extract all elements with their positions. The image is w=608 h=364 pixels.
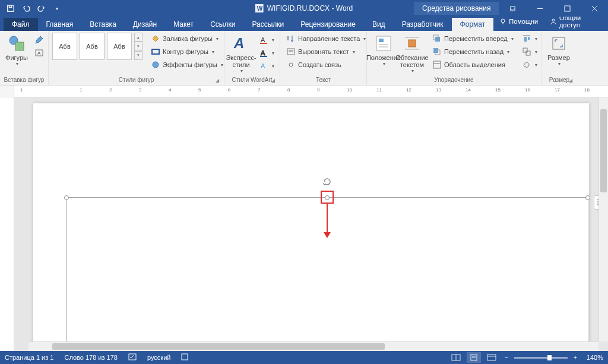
tab-home[interactable]: Главная xyxy=(38,18,82,31)
rotate-handle[interactable] xyxy=(322,176,332,187)
position-button[interactable]: Положение▾ xyxy=(370,33,397,68)
outline-label: Контур фигуры xyxy=(163,48,208,55)
text-fill-button[interactable]: A▾ xyxy=(256,34,277,46)
text-box-icon: A xyxy=(34,48,44,58)
save-icon[interactable] xyxy=(4,1,18,15)
style-preset-3[interactable]: Абв xyxy=(107,33,132,60)
style-preset-1[interactable]: Абв xyxy=(52,33,77,60)
tell-me[interactable]: Помощни xyxy=(493,15,544,27)
tab-design[interactable]: Дизайн xyxy=(125,18,165,31)
zoom-in-button[interactable]: + xyxy=(571,354,580,361)
zoom-slider[interactable] xyxy=(514,357,568,359)
tab-review[interactable]: Рецензирование xyxy=(292,18,364,31)
tab-file[interactable]: Файл xyxy=(4,18,38,31)
group-button[interactable]: ▾ xyxy=(520,46,540,58)
resize-handle-tr[interactable] xyxy=(585,195,590,200)
align-text-button[interactable]: Выровнять текст▾ xyxy=(284,46,368,58)
tab-layout[interactable]: Макет xyxy=(165,18,202,31)
rotate-button[interactable]: ▾ xyxy=(520,59,540,71)
shapes-button[interactable]: Фигуры ▾ xyxy=(4,33,30,68)
page[interactable]: шего WiFiГида. Но чтобы и помогли, замет… xyxy=(33,103,589,351)
status-language[interactable]: русский xyxy=(147,354,170,361)
zoom-slider-thumb[interactable] xyxy=(547,355,552,360)
wrap-text-button[interactable]: Обтекание текстом▾ xyxy=(399,33,425,75)
tab-view[interactable]: Вид xyxy=(364,18,394,31)
tab-insert[interactable]: Вставка xyxy=(81,18,125,31)
tell-me-label: Помощни xyxy=(509,18,538,25)
canvas[interactable]: шего WiFiГида. Но чтобы и помогли, замет… xyxy=(14,97,608,351)
status-bar: Страница 1 из 1 Слово 178 из 178 русский… xyxy=(0,351,608,364)
svg-rect-44 xyxy=(523,48,527,52)
horizontal-scrollbar[interactable] xyxy=(28,341,598,351)
group-label: Размер xyxy=(549,77,569,83)
scrollbar-thumb[interactable] xyxy=(52,343,385,350)
resize-handle-tl[interactable] xyxy=(64,195,69,200)
send-backward-button[interactable]: Переместить назад▾ xyxy=(430,46,516,58)
svg-rect-39 xyxy=(433,61,441,68)
svg-rect-13 xyxy=(15,42,24,50)
style-preset-2[interactable]: Абв xyxy=(80,33,104,60)
shape-effects-button[interactable]: Эффекты фигуры▾ xyxy=(148,59,226,71)
horizontal-ruler[interactable]: 1123456789101112131415161718 xyxy=(0,86,608,97)
position-icon xyxy=(374,34,393,53)
wrap-label: Обтекание текстом xyxy=(395,54,428,68)
tab-format[interactable]: Формат xyxy=(452,18,494,31)
view-print-layout-icon[interactable] xyxy=(467,352,481,363)
dialog-launcher-icon[interactable]: ◢ xyxy=(271,78,275,83)
status-page[interactable]: Страница 1 из 1 xyxy=(5,354,53,361)
svg-rect-6 xyxy=(564,5,569,11)
size-button[interactable]: Размер▾ xyxy=(545,33,572,68)
vertical-ruler[interactable] xyxy=(0,97,14,351)
svg-text:A: A xyxy=(261,62,265,69)
scrollbar-thumb[interactable] xyxy=(600,109,607,192)
zoom-level[interactable]: 140% xyxy=(587,354,603,361)
svg-rect-42 xyxy=(524,37,527,42)
svg-rect-29 xyxy=(379,39,384,42)
quick-styles-button[interactable]: A Экспресс-стили ▾ xyxy=(228,33,254,75)
zoom-out-button[interactable]: − xyxy=(502,354,511,361)
svg-rect-46 xyxy=(553,37,565,49)
text-effects-button[interactable]: A▾ xyxy=(256,60,277,72)
align-button[interactable]: ▾ xyxy=(520,33,540,45)
text-direction-button[interactable]: llНаправление текста▾ xyxy=(284,33,368,45)
group-icon xyxy=(522,47,531,56)
chevron-down-icon[interactable]: ▾ xyxy=(134,42,142,50)
undo-icon[interactable] xyxy=(19,1,33,15)
text-outline-button[interactable]: A▾ xyxy=(256,47,277,59)
backward-label: Переместить назад xyxy=(444,48,504,55)
status-spellcheck[interactable] xyxy=(128,353,137,362)
view-read-mode-icon[interactable] xyxy=(449,352,463,363)
tab-developer[interactable]: Разработчик xyxy=(394,18,452,31)
svg-text:A: A xyxy=(233,35,244,51)
view-web-layout-icon[interactable] xyxy=(484,352,499,363)
chevron-up-icon[interactable]: ▴ xyxy=(134,33,142,42)
dialog-launcher-icon[interactable]: ◢ xyxy=(569,78,572,83)
text-box-button[interactable]: A xyxy=(32,47,46,59)
selection-pane-button[interactable]: Область выделения xyxy=(430,59,516,71)
window-controls xyxy=(499,0,608,17)
close-icon[interactable] xyxy=(581,0,608,17)
shape-fill-button[interactable]: Заливка фигуры▾ xyxy=(148,33,226,45)
qat-customize-icon[interactable]: ▾ xyxy=(50,1,64,15)
edit-shape-button[interactable] xyxy=(32,34,46,46)
tab-mailings[interactable]: Рассылки xyxy=(243,18,292,31)
shape-outline-button[interactable]: Контур фигуры▾ xyxy=(148,46,226,58)
status-word-count[interactable]: Слово 178 из 178 xyxy=(64,354,118,361)
redo-icon[interactable] xyxy=(34,1,49,15)
tab-references[interactable]: Ссылки xyxy=(202,18,243,31)
maximize-icon[interactable] xyxy=(553,0,581,17)
minimize-icon[interactable] xyxy=(526,0,553,17)
svg-rect-0 xyxy=(8,5,14,12)
more-icon[interactable]: ▾ xyxy=(134,51,142,60)
group-label: Текст xyxy=(284,75,363,85)
style-gallery-scroll[interactable]: ▴ ▾ ▾ xyxy=(134,33,142,60)
selection-pane-icon xyxy=(432,60,442,69)
ribbon-options-icon[interactable] xyxy=(499,0,526,17)
create-link-button[interactable]: Создать связь xyxy=(284,59,368,71)
effects-label: Эффекты фигуры xyxy=(163,61,217,68)
dialog-launcher-icon[interactable]: ◢ xyxy=(216,78,219,83)
vertical-scrollbar[interactable] xyxy=(598,97,608,341)
selected-text-box[interactable]: шего WiFiГида. Но чтобы и помогли, замет… xyxy=(66,197,588,351)
bring-forward-button[interactable]: Переместить вперед▾ xyxy=(430,33,516,45)
status-macro[interactable] xyxy=(181,353,188,362)
